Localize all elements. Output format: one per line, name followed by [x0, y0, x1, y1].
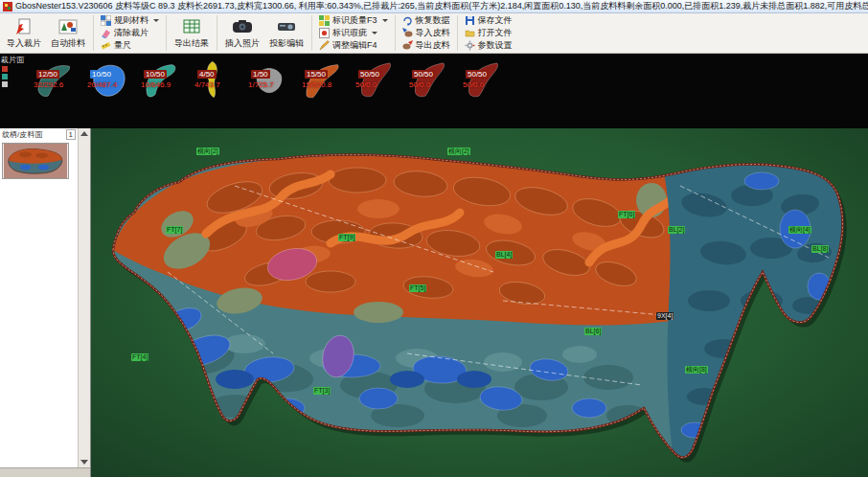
app-icon: [3, 2, 12, 11]
open-file-button[interactable]: 打开文件: [465, 28, 513, 39]
chevron-down-icon: [382, 19, 388, 22]
piece-area: 4/743.7: [194, 80, 220, 89]
main-toolbar: 导入裁片 自动排料 规则材料: [0, 13, 868, 54]
mark-quality-label: 标识质量F3: [332, 14, 377, 27]
export-result-label: 导出结果: [174, 37, 209, 50]
restore-data-label: 恢复数据: [416, 14, 450, 27]
export-result-icon: [182, 17, 201, 36]
piece-thumbnail[interactable]: 50/50 50/0.0: [354, 56, 401, 128]
import-leather-button[interactable]: 导入皮料: [402, 28, 450, 39]
toolbar-separator: [457, 15, 458, 51]
restore-data-button[interactable]: 恢复数据: [402, 15, 450, 27]
save-file-button[interactable]: 保存文件: [465, 15, 513, 27]
export-leather-label: 导出皮料: [416, 39, 450, 52]
import-leather-label: 导入皮料: [416, 27, 450, 39]
ruler-label: 量尺: [114, 39, 131, 52]
auto-nest-button[interactable]: 自动排料: [46, 13, 90, 53]
projection-edit-icon: [276, 17, 297, 36]
auto-nest-icon: [58, 17, 78, 36]
file-tools-group: 保存文件 打开文件 参数设置: [461, 13, 516, 53]
insert-photo-label: 插入照片: [225, 37, 260, 50]
open-file-label: 打开文件: [478, 27, 513, 39]
mark-defect-label: 标识瑕疵: [332, 27, 367, 39]
teal-mark-icon: [2, 74, 8, 80]
rule-material-icon: [101, 15, 111, 26]
projection-edit-label: 投影编辑: [269, 37, 304, 50]
leather-list-panel: 纹柄/皮料面 1: [0, 128, 91, 477]
clear-pieces-icon: [101, 28, 111, 38]
adjust-edit-button[interactable]: 调整编辑F4: [319, 40, 388, 52]
piece-area: 15/520.8: [302, 80, 331, 89]
marking-tools-group: 标识质量F3 标识瑕疵 调整编辑F4: [315, 13, 392, 53]
piece-tag: 9X[4]: [656, 312, 674, 320]
export-result-button[interactable]: 导出结果: [170, 13, 214, 53]
chevron-down-icon: [153, 19, 159, 22]
param-settings-icon: [465, 40, 475, 51]
open-file-icon: [465, 28, 475, 38]
piece-tag: FT[3]: [313, 387, 331, 395]
import-pieces-label: 导入裁片: [7, 37, 41, 50]
projection-edit-button[interactable]: 投影编辑: [264, 13, 308, 53]
piece-thumbnail[interactable]: 1/50 1/725.7: [246, 56, 294, 128]
adjust-edit-label: 调整编辑F4: [332, 39, 377, 52]
piece-tag: FT[5]: [409, 284, 426, 292]
leather-tools-group: 恢复数据 导入皮料 导出皮料: [399, 13, 454, 53]
rule-material-label: 规则材料: [114, 14, 148, 27]
chevron-down-icon: [372, 32, 377, 34]
piece-count: 12/50: [36, 70, 59, 79]
piece-thumbnail[interactable]: 50/50 50/0.0: [461, 56, 509, 128]
piece-thumbnail[interactable]: 15/50 15/520.8: [300, 56, 348, 128]
piece-area: 50/0.0: [463, 80, 484, 89]
ruler-icon: [101, 40, 111, 51]
piece-tag: 横向[2]: [196, 148, 219, 155]
export-leather-button[interactable]: 导出皮料: [402, 40, 450, 52]
piece-count: 50/50: [358, 70, 381, 79]
piece-tag: BL[2]: [668, 226, 685, 234]
leather-list-header: 纹柄/皮料面: [0, 128, 90, 141]
sidebar-footer: [0, 467, 90, 477]
clear-pieces-button[interactable]: 清除裁片: [101, 28, 159, 39]
import-pieces-icon: [14, 17, 34, 36]
piece-thumbnail[interactable]: 4/50 4/743.7: [193, 56, 240, 128]
leather-hide-scene: [91, 128, 868, 477]
rule-material-button[interactable]: 规则材料: [101, 15, 159, 27]
piece-thumbnail[interactable]: 12/50 32/292.6: [32, 56, 80, 128]
piece-tag: 横向[2]: [447, 148, 470, 155]
import-pieces-button[interactable]: 导入裁片: [2, 13, 46, 53]
import-leather-icon: [402, 28, 413, 38]
insert-photo-button[interactable]: 插入照片: [220, 13, 264, 53]
insert-photo-icon: [232, 17, 253, 36]
piece-count: 10/50: [144, 70, 167, 79]
piece-area: 20/487.4: [87, 80, 117, 89]
piece-tag: FT[6]: [618, 211, 635, 218]
piece-tag: BL[4]: [495, 251, 513, 259]
piece-thumbnail-selected[interactable]: 10/50 20/487.4: [85, 56, 133, 128]
piece-strip-label: 裁片面: [1, 56, 28, 64]
nesting-canvas[interactable]: 横向[2] 横向[2] FT[7] FT[9] BL[4] FT[6] BL[2…: [91, 128, 868, 477]
piece-count: 10/50: [90, 70, 113, 79]
piece-area: 32/292.6: [34, 80, 63, 89]
mark-defect-button[interactable]: 标识瑕疵: [319, 28, 388, 39]
piece-thumbnail[interactable]: 10/50 10/646.9: [139, 56, 187, 128]
piece-area: 50/0.0: [409, 80, 430, 89]
piece-area: 50/0.0: [355, 80, 377, 89]
piece-tag: FT[9]: [338, 234, 355, 241]
workspace: 纹柄/皮料面 1: [0, 128, 868, 477]
save-file-icon: [465, 15, 475, 26]
restore-data-icon: [402, 15, 413, 26]
leather-minimap[interactable]: [2, 143, 69, 179]
toolbar-separator: [311, 15, 312, 51]
red-mark-icon: [2, 66, 8, 72]
param-settings-button[interactable]: 参数设置: [465, 40, 513, 52]
scroll-up-icon[interactable]: [80, 131, 88, 136]
sidebar-scrollbar[interactable]: [78, 128, 90, 467]
mark-quality-button[interactable]: 标识质量F3: [319, 15, 388, 27]
piece-count: 50/50: [412, 70, 435, 79]
scroll-down-icon[interactable]: [80, 460, 88, 465]
piece-tag: BL[6]: [584, 328, 602, 335]
ruler-button[interactable]: 量尺: [101, 40, 159, 52]
piece-strip-side: 裁片面: [0, 54, 29, 128]
piece-thumbnail[interactable]: 50/50 50/0.0: [407, 56, 455, 128]
window-title: GbosNester153.V230606 皮料等级C 89.3 皮料长2691…: [15, 0, 868, 12]
title-bar: GbosNester153.V230606 皮料等级C 89.3 皮料长2691…: [0, 0, 868, 13]
